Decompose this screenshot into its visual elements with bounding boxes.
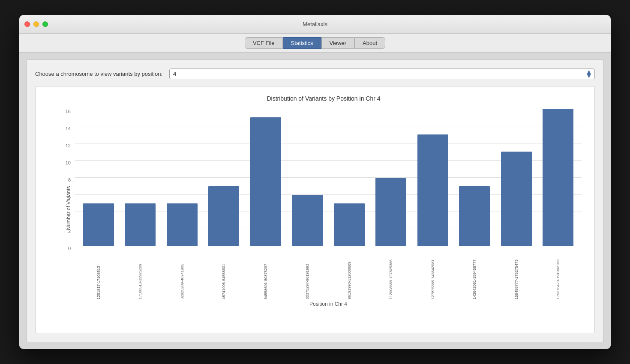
x-tick-label: 112008689-127825385: [389, 248, 393, 299]
x-label-group: 80375297-96191993: [288, 248, 327, 299]
bar: [83, 203, 114, 246]
window-controls: [24, 21, 48, 27]
x-label-group: 175275473-191092169: [539, 248, 578, 299]
bar: [334, 203, 365, 246]
bar: [459, 186, 490, 246]
bar: [292, 195, 323, 246]
x-axis: 1291817-1710851317108513-329252093292520…: [75, 248, 582, 299]
chromosome-select-wrapper: 4 1 2 3 5 ▲▼: [169, 69, 595, 79]
bar: [167, 203, 198, 246]
bar: [125, 203, 156, 246]
bar-group: [288, 109, 327, 246]
chromosome-label: Choose a chromosome to view variants by …: [35, 71, 162, 77]
tab-vcf-file[interactable]: VCF File: [245, 37, 283, 49]
bar: [417, 134, 448, 246]
x-label-group: 159458777-175275473: [497, 248, 536, 299]
bar-group: [414, 109, 452, 246]
x-tick-label: 127825385-143642081: [431, 248, 435, 299]
chart-title: Distribution of Variants by Position in …: [66, 95, 582, 102]
bar-group: [205, 109, 243, 246]
maximize-button[interactable]: [42, 21, 48, 27]
bar-group: [372, 109, 411, 246]
x-label-group: 1291817-17108513: [79, 248, 118, 299]
x-label-group: 17108513-32925209: [121, 248, 160, 299]
bar-group: [539, 109, 578, 246]
bars-container: [75, 109, 582, 246]
x-label-group: 48741905-64558601: [205, 248, 243, 299]
bar-group: [163, 109, 201, 246]
titlebar: Metallaxis: [19, 15, 611, 34]
tab-about[interactable]: About: [354, 37, 385, 49]
x-axis-title: Position in Chr 4: [75, 301, 582, 307]
x-tick-label: 32925209-48741905: [180, 248, 184, 299]
bar-group: [79, 109, 118, 246]
tab-statistics[interactable]: Statistics: [283, 37, 321, 49]
chart-area: Number of Variants 1614121086420 1291817…: [66, 109, 582, 307]
toolbar: VCF File Statistics Viewer About: [19, 34, 611, 53]
tab-viewer[interactable]: Viewer: [321, 37, 355, 49]
y-axis-label: Number of Variants: [66, 109, 72, 307]
chart-inner: 1614121086420 1291817-1710851317108513-3…: [75, 109, 582, 307]
x-label-group: 32925209-48741905: [163, 248, 201, 299]
chart-plot: 1614121086420: [75, 109, 582, 246]
x-tick-label: 159458777-175275473: [514, 248, 519, 299]
bar: [375, 178, 406, 247]
x-tick-label: 64558601-80375297: [264, 248, 268, 299]
chart-container: Distribution of Variants by Position in …: [35, 86, 595, 333]
bar: [543, 109, 573, 246]
bar-group: [121, 109, 160, 246]
x-tick-label: 80375297-96191993: [305, 248, 309, 299]
x-label-group: 112008689-127825385: [372, 248, 411, 299]
bar: [250, 117, 281, 246]
x-tick-label: 1291817-17108513: [96, 248, 101, 299]
bar-group: [330, 109, 369, 246]
x-tick-label: 175275473-191092169: [556, 248, 560, 299]
bar: [208, 186, 239, 246]
x-tick-label: 48741905-64558601: [222, 248, 226, 299]
close-button[interactable]: [24, 21, 30, 27]
bar: [501, 152, 532, 246]
bar-group: [246, 109, 285, 246]
chromosome-select[interactable]: 4 1 2 3 5: [169, 69, 595, 79]
window-title: Metallaxis: [303, 21, 327, 27]
x-label-group: 96191993-112008689: [330, 248, 369, 299]
x-tick-label: 17108513-32925209: [138, 248, 142, 299]
main-content: Choose a chromosome to view variants by …: [19, 53, 611, 349]
chromosome-selector: Choose a chromosome to view variants by …: [35, 69, 595, 79]
minimize-button[interactable]: [33, 21, 39, 27]
bar-group: [456, 109, 494, 246]
x-label-group: 127825385-143642081: [414, 248, 452, 299]
x-label-group: 143642081-159458777: [456, 248, 494, 299]
bar-group: [497, 109, 536, 246]
app-window: Metallaxis VCF File Statistics Viewer Ab…: [19, 15, 611, 349]
x-tick-label: 143642081-159458777: [472, 248, 477, 299]
x-label-group: 64558601-80375297: [246, 248, 285, 299]
x-tick-label: 96191993-112008689: [347, 248, 351, 299]
statistics-panel: Choose a chromosome to view variants by …: [26, 60, 604, 342]
